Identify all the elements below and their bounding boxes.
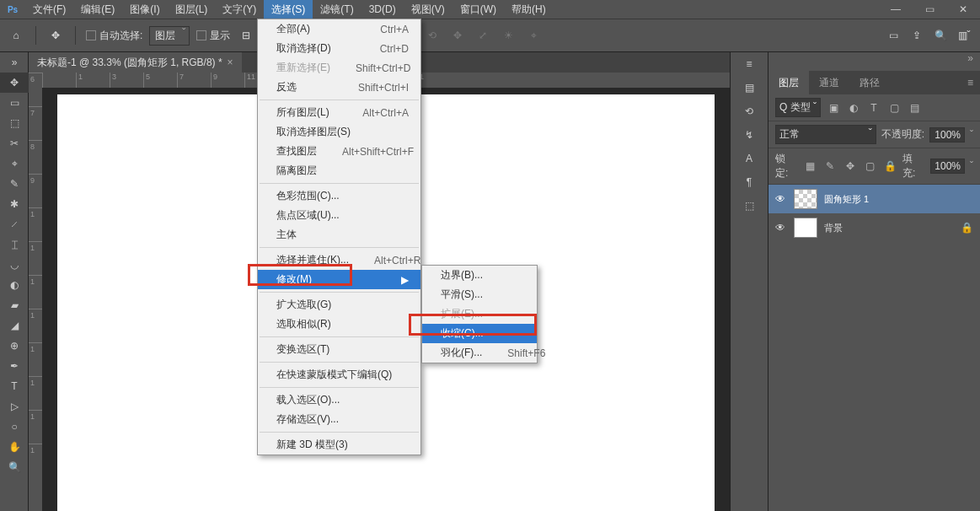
menu-view[interactable]: 视图(V) — [404, 0, 453, 19]
align-icon[interactable]: ⊟ — [237, 26, 255, 45]
share-icon[interactable]: ⇪ — [908, 26, 926, 45]
filter-image-icon[interactable]: ▣ — [826, 100, 841, 116]
show-transform-check[interactable]: 显示 — [196, 29, 230, 43]
paragraph-icon[interactable]: ¶ — [731, 170, 768, 194]
menu-item[interactable]: 反选Shift+Ctrl+I — [258, 78, 420, 97]
menu-help[interactable]: 帮助(H) — [504, 0, 554, 19]
dolly3d-icon[interactable]: ⤢ — [474, 26, 492, 45]
lock-move-icon[interactable]: ✥ — [843, 159, 858, 174]
lock-brush-icon[interactable]: ✎ — [822, 159, 838, 174]
stamp-tool[interactable]: ⌶ — [0, 234, 29, 255]
adjustments-icon[interactable]: ⟲ — [731, 100, 768, 123]
lasso-tool[interactable]: ⬚ — [0, 113, 29, 133]
menu-item[interactable]: 修改(M)▶ — [258, 270, 420, 289]
panel-layout-icon[interactable]: ▭ — [884, 26, 902, 45]
close-icon[interactable]: ✕ — [946, 0, 980, 19]
blend-mode-select[interactable]: 正常 ˇ — [775, 125, 876, 144]
menu-image[interactable]: 图像(I) — [122, 0, 167, 19]
menu-item[interactable]: 焦点区域(U)... — [258, 206, 420, 225]
menu-item[interactable]: 在快速蒙版模式下编辑(Q) — [258, 365, 420, 385]
history-icon[interactable]: ≡ — [731, 52, 768, 76]
search-icon[interactable]: 🔍 — [931, 26, 950, 45]
path-select-tool[interactable]: ▷ — [0, 396, 29, 417]
panel-menu-icon[interactable]: ≡ — [961, 77, 980, 89]
menu-item[interactable]: 隔离图层 — [258, 161, 420, 180]
menu-item[interactable]: 载入选区(O)... — [258, 390, 420, 410]
blur-tool[interactable]: ◢ — [0, 315, 29, 336]
type-tool[interactable]: T — [0, 376, 29, 396]
auto-select-check[interactable]: 自动选择: — [86, 29, 142, 43]
menu-item[interactable]: 主体 — [258, 225, 420, 245]
lock-pixels-icon[interactable]: ▦ — [803, 159, 818, 174]
filter-shape-icon[interactable]: ▢ — [886, 100, 902, 116]
lock-icon[interactable]: 🔒 — [961, 222, 973, 234]
eraser-tool[interactable]: ◐ — [0, 275, 29, 295]
menu-item[interactable]: 变换选区(T) — [258, 340, 420, 359]
close-tab-icon[interactable]: × — [228, 56, 233, 68]
menu-edit[interactable]: 编辑(E) — [73, 0, 122, 19]
dodge-tool[interactable]: ⊕ — [0, 336, 29, 356]
zoom-tool[interactable]: 🔍 — [0, 457, 29, 477]
menu-item[interactable]: 收缩(C)... — [422, 324, 537, 343]
frame-tool[interactable]: ⌖ — [0, 153, 29, 174]
light3d-icon[interactable]: ☀ — [499, 26, 517, 45]
filter-type-icon[interactable]: T — [866, 100, 881, 116]
menu-type[interactable]: 文字(Y) — [215, 0, 264, 19]
document-tab[interactable]: 未标题-1 @ 33.3% (圆角矩形 1, RGB/8) * × — [29, 52, 242, 73]
opacity-input[interactable]: 100% — [929, 127, 965, 143]
lock-all-icon[interactable]: 🔒 — [882, 159, 897, 174]
marquee-tool[interactable]: ▭ — [0, 93, 29, 113]
menu-filter[interactable]: 滤镜(T) — [313, 0, 361, 19]
eyedropper-tool[interactable]: ✎ — [0, 174, 29, 194]
menu-item[interactable]: 取消选择(D)Ctrl+D — [258, 39, 420, 58]
layer-thumb[interactable] — [794, 218, 817, 238]
brush-tool[interactable]: ⟋ — [0, 214, 29, 234]
cam3d-icon[interactable]: ⌖ — [524, 26, 543, 45]
character-icon[interactable]: A — [731, 147, 768, 170]
fill-input[interactable]: 100% — [930, 159, 965, 174]
menu-item[interactable]: 新建 3D 模型(3) — [258, 435, 420, 455]
history-brush-tool[interactable]: ◡ — [0, 255, 29, 275]
menu-layer[interactable]: 图层(L) — [168, 0, 216, 19]
move-tool[interactable]: ✥ — [0, 73, 29, 93]
layer-row[interactable]: 👁 背景 🔒 — [768, 213, 980, 242]
menu-item[interactable]: 查找图层Alt+Shift+Ctrl+F — [258, 142, 420, 161]
lock-artboard-icon[interactable]: ▢ — [863, 159, 878, 174]
menu-item[interactable]: 选择并遮住(K)...Alt+Ctrl+R — [258, 250, 420, 270]
visibility-icon[interactable]: 👁 — [775, 222, 787, 234]
crop-tool[interactable]: ✂ — [0, 133, 29, 153]
3d-icon[interactable]: ⬚ — [731, 194, 768, 218]
hand-tool[interactable]: ✋ — [0, 437, 29, 457]
gradient-tool[interactable]: ▰ — [0, 295, 29, 315]
menu-file[interactable]: 文件(F) — [25, 0, 73, 19]
menu-item[interactable]: 全部(A)Ctrl+A — [258, 19, 420, 39]
tab-paths[interactable]: 路径 — [849, 71, 890, 95]
layer-row[interactable]: 👁 圆角矩形 1 — [768, 185, 980, 213]
menu-window[interactable]: 窗口(W) — [453, 0, 504, 19]
minimize-icon[interactable]: — — [879, 0, 913, 19]
filter-type-select[interactable]: Q 类型 ˇ — [775, 98, 821, 117]
maximize-icon[interactable]: ▭ — [913, 0, 946, 19]
tab-layers[interactable]: 图层 — [768, 71, 809, 95]
menu-item[interactable]: 边界(B)... — [422, 266, 537, 285]
collapse-panel-icon[interactable]: » — [967, 52, 973, 71]
workspace-icon[interactable]: ▥ˇ — [955, 26, 973, 45]
menu-item[interactable]: 羽化(F)...Shift+F6 — [422, 343, 537, 363]
pen-tool[interactable]: ✒ — [0, 356, 29, 376]
heal-tool[interactable]: ✱ — [0, 194, 29, 214]
home-icon[interactable]: ⌂ — [7, 26, 25, 45]
menu-item[interactable]: 选取相似(R) — [258, 315, 420, 334]
layer-name[interactable]: 圆角矩形 1 — [824, 193, 973, 206]
filter-smart-icon[interactable]: ▤ — [907, 100, 922, 116]
menu-item[interactable]: 存储选区(V)... — [258, 410, 420, 429]
menu-3d[interactable]: 3D(D) — [361, 1, 404, 18]
pan3d-icon[interactable]: ✥ — [448, 26, 467, 45]
filter-adjust-icon[interactable]: ◐ — [846, 100, 861, 116]
shape-tool[interactable]: ○ — [0, 417, 29, 437]
menu-item[interactable]: 色彩范围(C)... — [258, 186, 420, 206]
auto-select-target[interactable]: 图层 — [149, 26, 190, 46]
tab-channels[interactable]: 通道 — [809, 71, 849, 95]
layer-name[interactable]: 背景 — [824, 222, 954, 234]
menu-item[interactable]: 扩大选取(G) — [258, 295, 420, 315]
orbit3d-icon[interactable]: ⟲ — [423, 26, 442, 45]
